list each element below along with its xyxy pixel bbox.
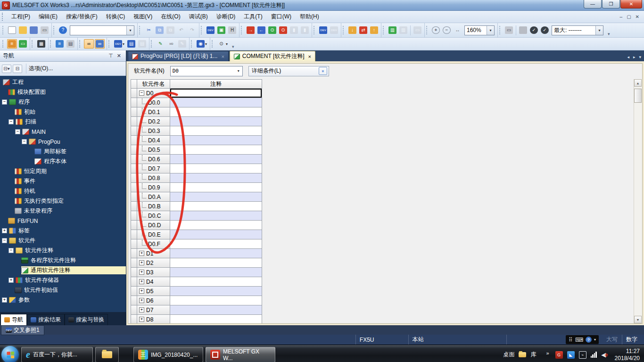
toolbar-overflow-icon[interactable]: ▾ — [608, 32, 610, 37]
device-name-cell[interactable]: D0.2 — [137, 117, 170, 126]
device-name-cell[interactable]: D0.8 — [137, 173, 170, 183]
panel-close-icon[interactable]: ✕ — [115, 53, 123, 59]
comment-cell[interactable] — [170, 239, 262, 249]
expand-icon[interactable]: + — [139, 279, 144, 284]
device-name-cell[interactable]: D0.9 — [137, 183, 170, 192]
tree-item-FB/FUN[interactable]: FB/FUN — [0, 216, 126, 226]
write-to-plc-icon[interactable]: → — [246, 25, 256, 35]
row-selector-cell[interactable] — [131, 305, 137, 315]
taskbar-explorer-button[interactable] — [95, 347, 119, 362]
row-selector-cell[interactable] — [131, 173, 137, 183]
monitor-stop-icon[interactable]: ⊙ — [278, 25, 288, 35]
device-name-cell[interactable]: D0.B — [137, 202, 170, 211]
device-name-cell[interactable]: D0.0 — [137, 98, 170, 107]
collapse-icon[interactable]: − — [139, 90, 144, 96]
read-from-plc-icon[interactable]: ← — [256, 25, 266, 35]
verify-icon[interactable]: ⇄ — [358, 25, 368, 35]
expand-icon[interactable]: + — [8, 278, 14, 283]
row-selector-cell[interactable] — [131, 107, 137, 117]
expand-icon[interactable]: + — [139, 288, 144, 294]
row-selector-cell[interactable] — [131, 126, 137, 136]
device-name-cell[interactable]: D0.7 — [137, 164, 170, 173]
save-icon[interactable] — [29, 25, 39, 35]
check-program-icon[interactable]: ✓ — [529, 25, 539, 35]
zoom-out-icon[interactable]: − — [442, 25, 452, 35]
menu-item-7[interactable]: 诊断(D) — [212, 11, 240, 22]
comment-cell[interactable] — [170, 305, 262, 315]
device-display-icon[interactable]: ◉▾ — [196, 39, 208, 49]
row-selector-cell[interactable] — [131, 155, 137, 164]
navigation-window-icon[interactable]: ≡ — [7, 39, 17, 49]
expand-icon[interactable]: + — [139, 260, 144, 265]
bottom-tab-搜索结果[interactable]: 搜索结果 — [27, 314, 65, 325]
comment-cell[interactable] — [170, 183, 262, 192]
device-name-cell[interactable]: +D7 — [137, 305, 170, 315]
device-name-cell[interactable]: D0.E — [137, 230, 170, 239]
open-file-icon[interactable] — [18, 25, 28, 35]
screen-color-icon[interactable]: ▭ — [504, 25, 514, 35]
bottom-tab-搜索与替换[interactable]: 搜索与替换 — [65, 314, 108, 325]
comment-cell[interactable] — [170, 211, 262, 221]
comment-cell[interactable] — [170, 192, 262, 202]
device-name-cell[interactable]: D0.5 — [137, 145, 170, 155]
comment-cell[interactable] — [170, 107, 262, 117]
comment-cell[interactable] — [170, 126, 262, 136]
online-read-icon[interactable]: ↑ — [369, 25, 379, 35]
device-name-cell[interactable]: +D6 — [137, 296, 170, 305]
connection-setup-icon[interactable]: ▥ — [388, 25, 397, 35]
comment-cell[interactable] — [170, 136, 262, 145]
connection-test-icon[interactable]: ▥ — [398, 25, 408, 35]
cross-reference-tab[interactable]: DEV 交叉参照1 — [1, 325, 44, 335]
dropdown-arrow-icon[interactable]: ▾ — [126, 26, 134, 35]
bottom-tab-导航[interactable]: 导航 — [0, 314, 27, 325]
tree-item-扫描[interactable]: −扫描 — [0, 117, 126, 127]
device-name-cell[interactable]: +D4 — [137, 277, 170, 287]
device-name-combobox[interactable]: D0 ▾ — [170, 66, 243, 76]
menu-item-4[interactable]: 视图(V) — [129, 11, 157, 22]
menu-item-8[interactable]: 工具(T) — [239, 11, 266, 22]
expand-icon[interactable]: + — [2, 297, 7, 303]
tree-item-各程序软元件注释[interactable]: 各程序软元件注释 — [0, 255, 126, 265]
device-name-cell[interactable]: +D8 — [137, 315, 170, 324]
hex-display-icon[interactable]: H — [227, 25, 237, 35]
find-icon[interactable]: ∞ — [84, 39, 94, 49]
device-name-cell[interactable]: D0.F — [137, 239, 170, 249]
device-list-icon[interactable]: ▤ — [126, 39, 136, 49]
row-selector-cell[interactable] — [131, 98, 137, 107]
comment-cell[interactable] — [170, 258, 262, 268]
tray-network-icon[interactable] — [591, 352, 597, 358]
tree-item-参数[interactable]: +参数 — [0, 295, 126, 305]
tree-item-事件[interactable]: 事件 — [0, 176, 126, 186]
menu-item-0[interactable]: 工程(P) — [7, 11, 34, 22]
device-name-cell[interactable]: D0.C — [137, 211, 170, 221]
device-name-cell[interactable]: −D0 — [137, 89, 170, 98]
help-icon[interactable]: ? — [58, 25, 68, 35]
paste-icon[interactable]: ⧉ — [165, 25, 175, 35]
comment-cell[interactable] — [170, 89, 262, 98]
taskbar-clock[interactable]: 11:27 2018/4/20 — [613, 348, 640, 362]
tray-pc-manager-icon[interactable]: ◣ — [567, 351, 575, 359]
row-selector-cell[interactable] — [131, 202, 137, 211]
stamp-icon[interactable]: ✎ — [177, 39, 187, 49]
comment-cell[interactable] — [170, 173, 262, 183]
comment-cell[interactable] — [170, 277, 262, 287]
device-watch2-icon[interactable]: DEV — [329, 25, 339, 35]
device-name-cell[interactable]: D0.D — [137, 221, 170, 230]
menu-item-5[interactable]: 在线(O) — [157, 11, 184, 22]
collapse-icon[interactable]: − — [2, 99, 7, 105]
double-chevron-icon[interactable]: » — [319, 67, 327, 75]
device-find-icon[interactable]: DEV — [206, 25, 215, 35]
restore-button[interactable]: ❐ — [602, 0, 620, 8]
tree-item-软元件[interactable]: −软元件 — [0, 236, 126, 246]
collapse-icon[interactable]: − — [15, 129, 20, 134]
scrollbar-thumb[interactable] — [634, 89, 642, 103]
device-zoom-icon[interactable]: ⊙▾ — [216, 39, 229, 49]
max-points-combobox[interactable]: 最大: -------▾ — [552, 25, 603, 35]
minimize-button[interactable]: — — [584, 0, 602, 8]
row-selector-cell[interactable] — [131, 164, 137, 173]
tree-item-局部标签[interactable]: 局部标签 — [0, 147, 126, 156]
comment-cell[interactable] — [170, 117, 262, 126]
comment-cell[interactable] — [170, 249, 262, 258]
tree-item-待机[interactable]: 待机 — [0, 186, 126, 196]
keyboard-icon[interactable]: ⌨ — [575, 337, 583, 343]
